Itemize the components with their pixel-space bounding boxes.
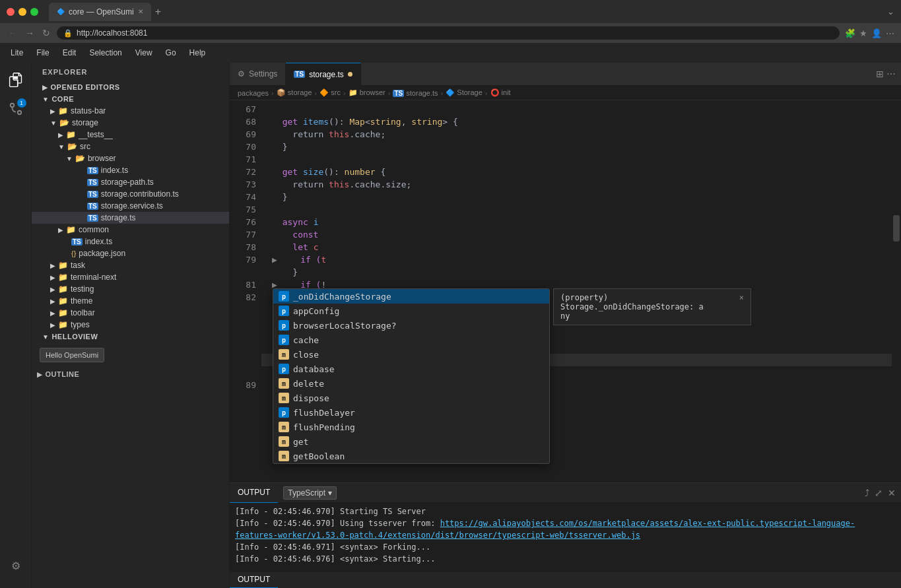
reload-button[interactable]: ↻	[41, 26, 51, 40]
new-tab-button[interactable]: +	[155, 6, 161, 18]
autocomplete-item-cache[interactable]: p cache	[273, 333, 549, 347]
autocomplete-item-flushDelayer[interactable]: p flushDelayer	[273, 405, 549, 420]
sidebar-item-terminal-next[interactable]: ▶ 📁 terminal-next	[32, 271, 229, 283]
editor-scrollbar[interactable]	[892, 100, 901, 482]
bc-storage[interactable]: 📦 storage	[277, 88, 312, 97]
settings-button[interactable]: ⚙	[4, 554, 28, 577]
menu-file[interactable]: File	[31, 46, 54, 60]
bc-browser[interactable]: 📁 browser	[349, 88, 385, 97]
forward-button[interactable]: →	[24, 26, 36, 40]
autocomplete-label: close	[293, 350, 319, 360]
sidebar-item-storage-ts[interactable]: TS storage.ts	[32, 212, 229, 224]
tab-storage-ts[interactable]: TS storage.ts	[286, 63, 360, 86]
settings-tab-icon: ⚙	[238, 69, 245, 79]
profile-button[interactable]: 👤	[871, 28, 882, 38]
code-editor[interactable]: 67 68 69 70 71 72 73 74 75 76 77 78 79 8…	[230, 100, 901, 482]
minimize-window-button[interactable]	[18, 8, 26, 16]
sidebar-item-index-ts[interactable]: TS index.ts	[32, 164, 229, 176]
sidebar-item-theme[interactable]: ▶ 📁 theme	[32, 295, 229, 307]
code-line-81: }	[261, 266, 892, 278]
sidebar-item-toolbar[interactable]: ▶ 📁 toolbar	[32, 307, 229, 319]
bc-init[interactable]: ⭕ init	[490, 88, 511, 97]
autocomplete-dropdown[interactable]: p _onDidChangeStorage p appConfig p brow…	[273, 288, 550, 464]
sidebar-outline-section[interactable]: ▶ OUTLINE	[32, 368, 229, 381]
sidebar-item-testing[interactable]: ▶ 📁 testing	[32, 283, 229, 295]
split-editor-button[interactable]: ⊞	[876, 69, 884, 79]
browser-tab[interactable]: 🔷 core — OpenSumi ✕	[49, 3, 151, 21]
browser-chrome: 🔷 core — OpenSumi ✕ + ⌄	[0, 0, 901, 23]
sidebar-item-storage-contribution-ts[interactable]: TS storage.contribution.ts	[32, 188, 229, 200]
tab-close-button[interactable]: ✕	[138, 8, 143, 15]
panel-tab-output[interactable]: OUTPUT	[230, 483, 278, 503]
autocomplete-item-browserLocalStorage[interactable]: p browserLocalStorage?	[273, 318, 549, 333]
panel-expand-button[interactable]: ⤢	[875, 488, 883, 498]
autocomplete-item-onDidChangeStorage[interactable]: p _onDidChangeStorage	[273, 289, 549, 304]
autocomplete-item-close[interactable]: m close	[273, 347, 549, 362]
sidebar-item-browser[interactable]: ▼ 📂 browser	[32, 152, 229, 164]
status-bar-label: status-bar	[71, 106, 106, 115]
tab-more-button[interactable]: ⌄	[887, 7, 894, 16]
menu-lite[interactable]: Lite	[5, 46, 28, 60]
autocomplete-item-dispose[interactable]: m dispose	[273, 391, 549, 405]
autocomplete-item-appConfig[interactable]: p appConfig	[273, 304, 549, 318]
autocomplete-item-get[interactable]: m get	[273, 434, 549, 449]
close-window-button[interactable]	[7, 8, 15, 16]
output-type-selector[interactable]: TypeScript ▾	[283, 486, 337, 500]
more-actions-button[interactable]: ⋯	[886, 69, 896, 79]
tests-label: __tests__	[79, 130, 113, 139]
sidebar-section-opened-editors[interactable]: ▶ OPENED EDITORS	[32, 81, 229, 93]
sidebar-item-storage-service-ts[interactable]: TS storage.service.ts	[32, 200, 229, 212]
panel-close-button[interactable]: ✕	[888, 488, 896, 498]
sidebar-item-status-bar[interactable]: ▶ 📁 status-bar	[32, 105, 229, 117]
svg-point-0	[10, 104, 14, 108]
bc-storage-class[interactable]: 🔷 Storage	[446, 88, 483, 97]
sidebar-item-src[interactable]: ▼ 📂 src	[32, 141, 229, 152]
menu-help[interactable]: Help	[184, 46, 211, 60]
tsserver-link[interactable]: https://gw.alipayobjects.com/os/marketpl…	[235, 519, 855, 540]
autocomplete-item-flushPending[interactable]: m flushPending	[273, 420, 549, 434]
menu-button[interactable]: ⋯	[886, 28, 894, 38]
tab-settings[interactable]: ⚙ Settings	[230, 63, 286, 86]
src-folder-icon: 📂	[67, 142, 77, 151]
hello-opensumi-button[interactable]: Hello OpenSumi	[40, 348, 104, 362]
sidebar-item-storage-path-ts[interactable]: TS storage-path.ts	[32, 176, 229, 188]
favorites-button[interactable]: ★	[859, 28, 867, 38]
src-label: src	[80, 142, 90, 151]
back-button[interactable]: ←	[7, 26, 18, 40]
menu-go[interactable]: Go	[160, 46, 182, 60]
autocomplete-item-database[interactable]: p database	[273, 362, 549, 376]
types-label: types	[71, 320, 90, 329]
panel-copy-button[interactable]: ⤴	[865, 488, 869, 498]
tooltip-close-button[interactable]: ×	[739, 293, 744, 302]
activity-explorer[interactable]	[4, 68, 28, 92]
panel-bottom-tab-output[interactable]: OUTPUT	[230, 572, 278, 589]
autocomplete-label: database	[293, 364, 335, 374]
sidebar-item-storage[interactable]: ▼ 📂 storage	[32, 117, 229, 129]
sidebar-item-types[interactable]: ▶ 📁 types	[32, 319, 229, 331]
activity-source-control[interactable]: 1	[4, 97, 28, 121]
code-line-69: return this.cache;	[261, 128, 892, 141]
sidebar-item-storage-index-ts[interactable]: TS index.ts	[32, 236, 229, 247]
browser-tab-bar: 🔷 core — OpenSumi ✕ + ⌄	[49, 3, 894, 21]
autocomplete-item-delete[interactable]: m delete	[273, 376, 549, 391]
storage-ts-label: storage.ts	[101, 213, 136, 222]
sidebar-item-task[interactable]: ▶ 📁 task	[32, 259, 229, 271]
menu-edit[interactable]: Edit	[57, 46, 82, 60]
method-icon: m	[279, 378, 289, 389]
folder-open-icon: 📂	[59, 118, 69, 127]
extensions-button[interactable]: 🧩	[845, 28, 855, 38]
sidebar-item-common[interactable]: ▶ 📁 common	[32, 224, 229, 236]
sidebar-section-helloview[interactable]: ▼ HELLOVIEW	[32, 331, 229, 343]
menu-selection[interactable]: Selection	[84, 46, 127, 60]
maximize-window-button[interactable]	[30, 8, 38, 16]
bottom-tab-label: OUTPUT	[238, 575, 270, 584]
sidebar-section-core[interactable]: ▼ CORE	[32, 93, 229, 105]
sidebar-item-tests[interactable]: ▶ 📁 __tests__	[32, 129, 229, 141]
bc-packages[interactable]: packages	[238, 89, 269, 97]
sidebar-item-package-json[interactable]: {} package.json	[32, 247, 229, 259]
bc-src[interactable]: 🔶 src	[319, 88, 341, 97]
menu-view[interactable]: View	[130, 46, 158, 60]
bc-storage-ts[interactable]: TS storage.ts	[393, 89, 438, 97]
autocomplete-item-getBoolean[interactable]: m getBoolean	[273, 449, 549, 463]
url-input[interactable]: 🔒 http://localhost:8081	[57, 26, 840, 40]
